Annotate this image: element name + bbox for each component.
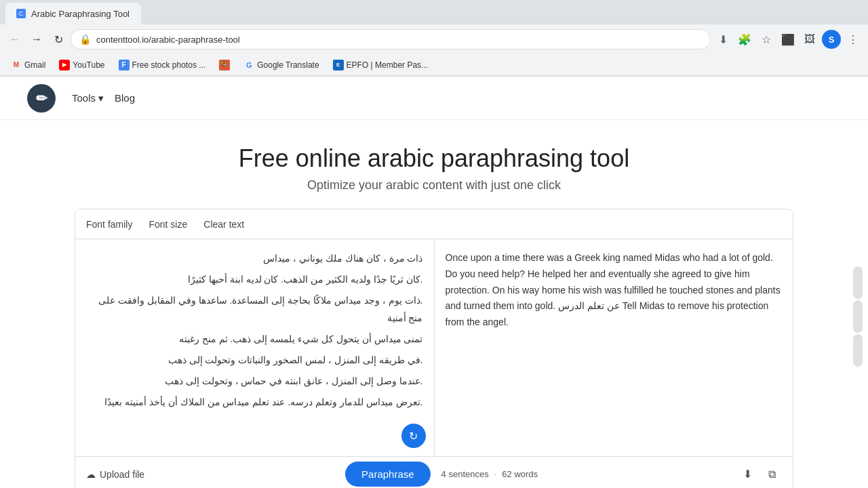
puzzle-icon[interactable]: ⬛ bbox=[778, 30, 797, 49]
toolbar-row: ← → ↻ 🔒 contenttool.io/arabic-paraphrase… bbox=[0, 24, 868, 54]
duck-icon: 🦆 bbox=[219, 60, 230, 70]
bookmark-youtube[interactable]: ▶ YouTube bbox=[54, 57, 110, 73]
tab-bar: C Arabic Paraphrasing Tool bbox=[0, 0, 868, 24]
address-bar[interactable]: 🔒 contenttool.io/arabic-paraphrase-tool bbox=[71, 29, 711, 49]
tools-chevron-icon: ▾ bbox=[98, 92, 104, 104]
lock-icon: 🔒 bbox=[79, 34, 91, 45]
extensions-icon[interactable]: 🧩 bbox=[735, 30, 754, 49]
bookmark-google-translate-label: Google Translate bbox=[257, 60, 319, 70]
font-family-option[interactable]: Font family bbox=[86, 219, 132, 230]
download-icon[interactable]: ⬇ bbox=[713, 30, 732, 49]
hero-subtitle: Optimize your arabic content with just o… bbox=[0, 178, 868, 192]
upload-file-button[interactable]: ☁ Upload file bbox=[86, 469, 144, 480]
input-line-1: ذات مرة ، كان هناك ملك يوناني ، ميداس bbox=[86, 250, 423, 267]
blog-label: Blog bbox=[115, 92, 135, 104]
reload-button[interactable]: ↻ bbox=[49, 30, 68, 49]
right-sidebar bbox=[853, 266, 863, 367]
toolbar-icons: ⬇ 🧩 ☆ ⬛ 🖼 S ⋮ bbox=[713, 30, 863, 49]
tool-toolbar: Font family Font size Clear text bbox=[75, 209, 793, 239]
bookmark-youtube-label: YouTube bbox=[73, 60, 104, 70]
copy-output-icon[interactable]: ⧉ bbox=[763, 465, 782, 484]
bookmark-icon[interactable]: ☆ bbox=[757, 30, 776, 49]
profile-button[interactable]: S bbox=[822, 30, 841, 49]
site-nav: Tools ▾ Blog bbox=[72, 92, 135, 104]
address-text: contenttool.io/arabic-paraphrase-tool bbox=[96, 35, 702, 45]
google-translate-icon: G bbox=[243, 60, 254, 70]
input-line-3: .ذات يوم ، وجد ميداس ملاكًا بحاجة إلى ال… bbox=[86, 292, 423, 326]
nav-tools[interactable]: Tools ▾ bbox=[72, 92, 104, 104]
output-text-area: Once upon a time there was a Greek king … bbox=[435, 239, 793, 456]
text-areas: ذات مرة ، كان هناك ملك يوناني ، ميداس .ك… bbox=[75, 239, 793, 456]
site-logo[interactable]: ✏ bbox=[27, 84, 56, 113]
bookmark-free-stock-label: Free stock photos ... bbox=[132, 60, 206, 70]
menu-icon[interactable]: ⋮ bbox=[844, 30, 863, 49]
input-line-7: .تعرض ميداس للدمار وتعلم درسه. عند تعلم … bbox=[86, 394, 423, 411]
input-line-5: .في طريقه إلى المنزل ، لمس الصخور والنبا… bbox=[86, 352, 423, 369]
bookmark-free-stock[interactable]: F Free stock photos ... bbox=[113, 57, 212, 73]
sidebar-pill-1[interactable] bbox=[853, 266, 863, 299]
back-button[interactable]: ← bbox=[5, 30, 24, 49]
tool-container: Font family Font size Clear text ذات مرة… bbox=[75, 209, 793, 488]
upload-icon: ☁ bbox=[86, 469, 96, 480]
bookmark-google-translate[interactable]: G Google Translate bbox=[238, 57, 324, 73]
paraphrase-button[interactable]: Paraphrase bbox=[345, 462, 431, 487]
hero-section: Free online arabic paraphrasing tool Opt… bbox=[0, 120, 868, 209]
bookmark-gmail-label: Gmail bbox=[24, 60, 45, 70]
tab-favicon: C bbox=[16, 9, 26, 18]
youtube-icon: ▶ bbox=[59, 60, 70, 70]
profile-picture-icon[interactable]: 🖼 bbox=[800, 30, 819, 49]
active-tab[interactable]: C Arabic Paraphrasing Tool bbox=[5, 3, 141, 24]
refresh-button[interactable]: ↻ bbox=[401, 424, 426, 448]
hero-title: Free online arabic paraphrasing tool bbox=[0, 144, 868, 173]
input-text-area[interactable]: ذات مرة ، كان هناك ملك يوناني ، ميداس .ك… bbox=[75, 239, 435, 456]
bookmark-epfo[interactable]: E EPFO | Member Pas... bbox=[328, 57, 433, 73]
download-output-icon[interactable]: ⬇ bbox=[738, 465, 757, 484]
free-stock-icon: F bbox=[119, 60, 130, 70]
sidebar-pill-3[interactable] bbox=[853, 334, 863, 367]
tab-title: Arabic Paraphrasing Tool bbox=[31, 9, 130, 19]
bookmark-gmail[interactable]: M Gmail bbox=[5, 57, 51, 73]
gmail-icon: M bbox=[11, 60, 22, 70]
forward-button[interactable]: → bbox=[27, 30, 46, 49]
tools-label: Tools bbox=[72, 92, 96, 104]
count-divider: · bbox=[494, 469, 497, 479]
bookmarks-bar: M Gmail ▶ YouTube F Free stock photos ..… bbox=[0, 54, 868, 76]
output-actions: ⬇ ⧉ bbox=[738, 465, 782, 484]
output-text: Once upon a time there was a Greek king … bbox=[446, 252, 781, 327]
nav-blog[interactable]: Blog bbox=[115, 92, 135, 104]
bookmark-sep[interactable]: 🦆 bbox=[214, 57, 235, 73]
input-line-2: .كان ثريًا جدًا ولديه الكثير من الذهب. ك… bbox=[86, 271, 423, 288]
site-header: ✏ Tools ▾ Blog bbox=[0, 77, 868, 120]
sentence-count: 4 sentences bbox=[441, 469, 489, 479]
epfo-icon: E bbox=[333, 60, 344, 70]
tool-bottom-bar: ☁ Upload file Paraphrase 4 sentences · 6… bbox=[75, 456, 793, 488]
word-count-value: 62 words bbox=[502, 469, 538, 479]
font-size-option[interactable]: Font size bbox=[149, 219, 187, 230]
upload-label: Upload file bbox=[100, 469, 144, 480]
bookmark-epfo-label: EPFO | Member Pas... bbox=[347, 60, 428, 70]
input-line-6: .عندما وصل إلى المنزل ، عانق ابنته في حم… bbox=[86, 373, 423, 390]
clear-text-button[interactable]: Clear text bbox=[203, 219, 244, 230]
sidebar-pill-2[interactable] bbox=[853, 300, 863, 333]
input-line-4: تمنى ميداس أن يتحول كل شيء يلمسه إلى ذهب… bbox=[86, 331, 423, 348]
word-count-area: 4 sentences · 62 words bbox=[441, 469, 538, 479]
page-content: ✏ Tools ▾ Blog Free online arabic paraph… bbox=[0, 77, 868, 488]
browser-chrome: C Arabic Paraphrasing Tool ← → ↻ 🔒 conte… bbox=[0, 0, 868, 77]
